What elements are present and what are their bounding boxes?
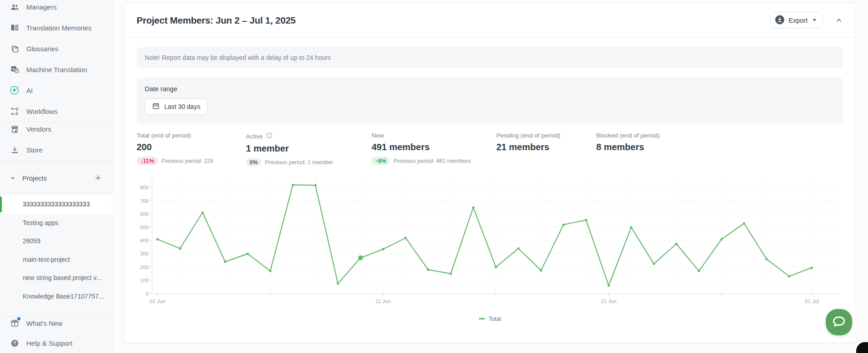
stat-previous-period: Previous period: 225 [162,158,214,164]
sidebar-project-item[interactable]: 26059 [0,232,112,250]
store-icon [10,145,20,155]
stat-value: 200 [137,142,240,152]
chart-point[interactable] [450,273,452,275]
sidebar-item-label: Store [26,146,43,154]
sidebar-item-help[interactable]: ? Help & Support [0,333,112,353]
sidebar-item-glossaries[interactable]: Glossaries [0,38,112,59]
sidebar-item-translation-memories[interactable]: Translation Memories [0,17,112,38]
sidebar-item-ai[interactable]: AI [0,80,112,101]
stat-card: Active 1 member 0% Previous period: 1 me… [246,132,372,167]
workflows-icon [10,106,20,116]
chart-legend-total[interactable]: Total [137,315,843,322]
stat-label: Blocked (end of period) [596,132,660,139]
chart-point[interactable] [810,266,813,269]
chart-point[interactable] [721,238,723,240]
live-chat-button[interactable] [826,309,852,335]
report-card: Project Members: Jun 2 – Jul 1, 2025 Exp… [123,3,856,343]
svg-text:700: 700 [140,198,149,204]
sidebar-item-managers[interactable]: Managers [0,0,112,17]
page-title: Project Members: Jun 2 – Jul 1, 2025 [137,15,296,26]
managers-icon [10,2,20,12]
chart-point[interactable] [314,184,316,186]
chart-point[interactable] [427,269,429,271]
help-icon: ? [10,338,20,348]
report-delay-note: Note! Report data may be displayed with … [137,47,843,68]
chat-bubble-icon [831,314,847,330]
chart-point[interactable] [292,184,294,186]
svg-text:0: 0 [146,291,149,296]
chart-point[interactable] [495,266,497,268]
info-icon[interactable] [266,132,273,140]
projects-collapse-caret-icon[interactable] [10,174,15,182]
chart-point[interactable] [382,248,384,250]
sidebar-item-label: Managers [26,3,57,11]
glossaries-icon [10,44,20,54]
chart-point[interactable] [156,238,158,240]
chart-point[interactable] [743,222,745,225]
chart-point[interactable] [608,284,610,287]
sidebar-project-item[interactable]: 3333333333333333333 [0,195,112,214]
chart-point[interactable] [675,243,677,245]
date-range-label: Date range [145,85,835,93]
svg-text:02 Jun: 02 Jun [150,299,166,304]
stat-value: 1 member [246,143,366,154]
chart-point[interactable] [246,253,249,255]
sidebar-item-vendors[interactable]: Vendors [0,118,112,139]
chart-point[interactable] [788,275,790,277]
ai-icon [10,85,20,95]
chart-point[interactable] [652,263,655,265]
svg-text:01 Jul: 01 Jul [805,299,819,304]
sidebar-item-store[interactable]: Store [0,139,112,160]
sidebar-nav-primary: Managers Translation Memories Glossaries… [0,0,112,122]
chart-point[interactable] [585,219,587,221]
sidebar-project-item[interactable]: Knowledge Base17107757... [0,287,112,306]
members-line-chart: 010020030040050060070080002 Jun11 Jun21 … [137,173,844,309]
chart-point[interactable] [472,206,475,209]
stat-card: Blocked (end of period) 8 members [596,132,665,167]
legend-label: Total [489,315,501,322]
chart-point-highlighted[interactable] [358,255,363,260]
sidebar-project-item[interactable]: new string based project v... [0,269,112,287]
svg-text:500: 500 [140,225,149,230]
chart-point[interactable] [269,270,271,272]
svg-text:A: A [15,69,18,72]
stat-card: Total (end of period) 200 ↓11% Previous … [137,132,246,167]
sidebar-item-label: Workflows [26,108,58,115]
notification-dot [17,317,20,320]
export-button-label: Export [789,17,808,24]
stats-row: Total (end of period) 200 ↓11% Previous … [137,132,843,167]
date-range-button[interactable]: Last 30 days [145,98,207,115]
stat-label: New [372,132,384,139]
svg-text:600: 600 [140,211,149,217]
machine-translation-icon: GA [10,64,20,74]
sidebar-item-whats-new[interactable]: What's New [0,313,112,333]
stat-previous-period: Previous period: 462 members [393,158,471,164]
sidebar-item-label: Glossaries [26,45,59,53]
calendar-icon [152,102,160,111]
sidebar-project-item[interactable]: Testing apps [0,214,112,232]
export-button[interactable]: Export [770,12,823,29]
chart-point[interactable] [179,247,181,250]
sidebar-item-label: Machine Translation [26,66,87,74]
sidebar-project-item[interactable]: main-test-project [0,250,112,269]
chart-point[interactable] [562,224,564,226]
sidebar-nav-secondary: Vendors Store [0,122,112,160]
chart-point[interactable] [765,258,768,260]
chart-point[interactable] [630,226,633,228]
chart-point[interactable] [517,247,520,250]
chart-point[interactable] [698,270,700,272]
chart-point[interactable] [540,269,542,271]
chart-point[interactable] [337,283,339,285]
chart-point[interactable] [201,211,204,214]
project-list: 3333333333333333333Testing apps26059main… [0,195,112,305]
add-project-button[interactable] [93,173,103,183]
stat-previous-period: Previous period: 1 member [265,159,333,166]
sidebar-item-label: Help & Support [26,339,73,347]
chart-point[interactable] [224,260,226,263]
svg-text:11 Jun: 11 Jun [375,299,391,304]
sidebar-divider [0,160,112,161]
stat-card: Pending (end of period) 21 members [496,132,596,167]
chart-point[interactable] [404,237,407,239]
collapse-panel-button[interactable] [835,16,843,25]
sidebar-item-machine-translation[interactable]: GA Machine Translation [0,59,112,80]
